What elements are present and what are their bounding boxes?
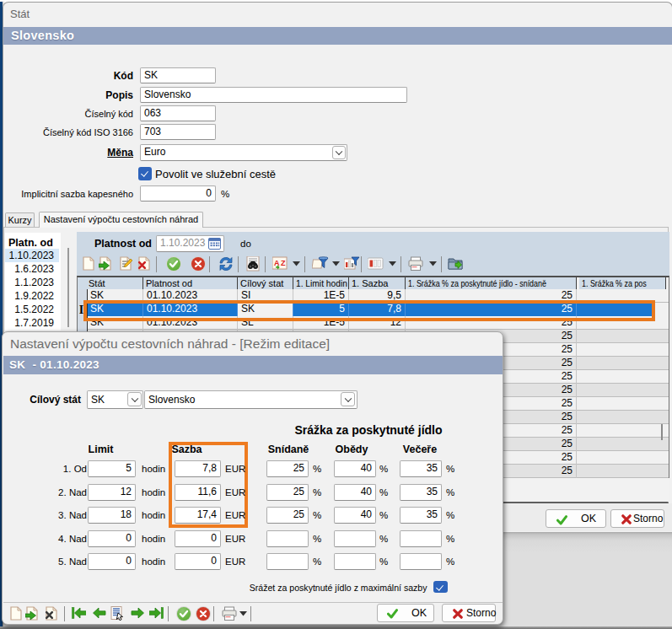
svg-text:A: A — [274, 259, 280, 267]
svg-text:Z: Z — [281, 259, 286, 267]
